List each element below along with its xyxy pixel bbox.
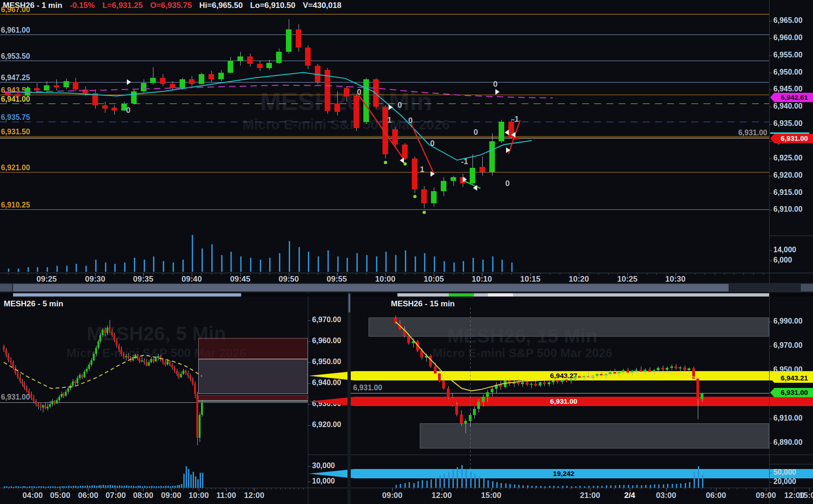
volume-axis-label: 50,000 [773, 468, 796, 476]
time-axis-label: 03:00 [656, 491, 676, 500]
volume-axis-label: 20,000 [773, 477, 796, 486]
time-axis-minor-tick [658, 488, 659, 490]
time-axis-minor-tick [685, 488, 685, 490]
time-axis-minor-tick [571, 488, 571, 490]
axis-tick [769, 322, 772, 322]
axis-tick [769, 473, 772, 473]
time-axis-minor-tick [650, 488, 650, 490]
time-axis-minor-tick [764, 488, 764, 490]
time-axis-minor-tick [606, 488, 606, 490]
pane-separator [769, 464, 813, 464]
time-axis-minor-tick [597, 488, 598, 490]
time-axis-minor-tick [457, 488, 457, 490]
scroll-strip-block[interactable] [449, 293, 474, 297]
panel-title: MESH26 - 15 min [391, 299, 455, 309]
trading-workspace: MESH26 - 1 min-0.15%L=6,931.25O=6,935.75… [0, 0, 813, 504]
time-axis-minor-tick [702, 488, 702, 490]
time-axis-minor-tick [466, 488, 466, 490]
time-axis-minor-tick [667, 488, 667, 490]
price-axis-border [769, 292, 770, 504]
scrollbar-thumb[interactable] [13, 284, 729, 291]
indicator-overlay [0, 0, 813, 504]
time-axis-minor-tick [562, 488, 563, 490]
time-axis-minor-tick [413, 488, 414, 490]
time-axis-minor-tick [404, 488, 405, 490]
time-axis-minor-tick [729, 488, 729, 490]
axis-tick [769, 443, 772, 443]
time-axis-minor-tick [439, 488, 440, 490]
time-axis-minor-tick [755, 488, 755, 490]
time-axis-label: 12:00 [431, 491, 452, 500]
panel-divider-handle[interactable] [348, 294, 350, 312]
chart-panels[interactable]: MESH26, 1MinMicro E-mini S&P 500 Mar 202… [0, 0, 813, 504]
axis-tick [769, 419, 772, 419]
scrollbar-left-button[interactable] [0, 284, 12, 291]
top-chart-scrollbar[interactable] [0, 283, 813, 292]
time-axis-minor-tick [720, 488, 720, 490]
time-axis-minor-tick [544, 488, 545, 490]
time-axis-minor-tick [614, 488, 615, 490]
time-axis-minor-tick [483, 488, 484, 490]
price-badge: 6,943.21 [770, 373, 813, 383]
time-axis-minor-tick [500, 488, 501, 490]
panel-divider[interactable] [347, 292, 351, 504]
time-axis-minor-tick [746, 488, 746, 490]
time-axis-minor-tick [588, 488, 589, 490]
time-axis-minor-tick [431, 488, 431, 490]
price-axis-label: 6,910.00 [773, 414, 802, 422]
time-axis-minor-tick [518, 488, 519, 490]
price-axis-label: 6,990.00 [773, 317, 802, 325]
time-axis-minor-tick [535, 488, 536, 490]
axis-tick [769, 370, 772, 371]
time-axis-minor-tick [579, 488, 580, 490]
time-axis-minor-tick [396, 488, 396, 490]
chart-panel-15min: MESH26, 15 MinMicro E-mini S&P 500 Mar 2… [0, 0, 813, 504]
axis-tick [769, 346, 772, 346]
price-axis-label: 6,890.00 [773, 438, 802, 447]
axis-tick [769, 482, 772, 483]
time-axis-minor-tick [737, 488, 737, 490]
time-axis-label: 06:00 [706, 491, 726, 500]
time-axis-minor-tick [632, 488, 632, 490]
price-axis-label: 6,950.00 [773, 366, 802, 374]
time-axis-minor-tick [711, 488, 711, 490]
time-axis-minor-tick [422, 488, 422, 490]
price-axis-label: 6,970.00 [773, 341, 802, 350]
time-axis-line [351, 488, 813, 488]
scroll-strip-block[interactable] [13, 293, 241, 297]
time-axis-label: 15:00 [481, 491, 501, 500]
time-axis-minor-tick [448, 488, 449, 490]
bottom-panels-scroll-strip[interactable] [0, 293, 813, 297]
scrollbar-right-button[interactable] [801, 284, 813, 291]
time-axis-minor-tick [509, 488, 510, 490]
time-axis-minor-tick [623, 488, 624, 490]
time-axis-minor-tick [553, 488, 554, 490]
time-axis-label: 15:00 [799, 491, 813, 500]
time-axis-minor-tick [492, 488, 493, 490]
price-badge: 6,931.00 [770, 388, 813, 397]
time-axis-minor-tick [527, 488, 528, 490]
time-axis-label: 09:00 [756, 491, 776, 500]
time-axis-minor-tick [694, 488, 694, 490]
time-axis-minor-tick [641, 488, 641, 490]
time-axis-label: 09:00 [382, 491, 402, 500]
scroll-strip-block[interactable] [488, 293, 513, 297]
time-axis-minor-tick [676, 488, 676, 490]
time-axis-label: 2/4 [624, 491, 635, 500]
time-axis-label: 21:00 [580, 491, 600, 500]
time-axis-minor-tick [474, 488, 475, 490]
